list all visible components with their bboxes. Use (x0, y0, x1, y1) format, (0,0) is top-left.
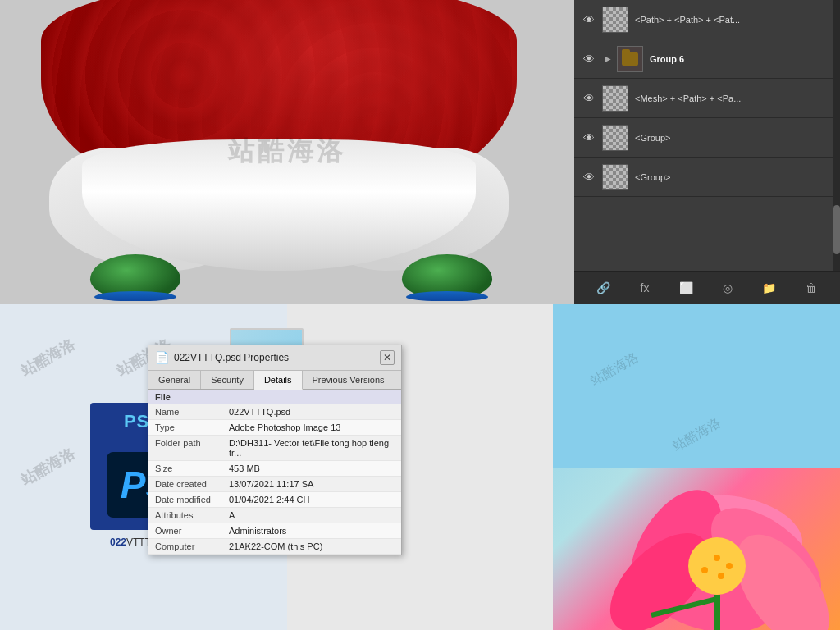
layer-item-3[interactable]: 👁 <Group> (574, 118, 840, 158)
prop-label-name: Name (148, 404, 222, 420)
layers-toolbar: 🔗 fx ⬜ ◎ 📁 🗑 (574, 271, 840, 304)
visibility-eye-2[interactable]: 👁 (581, 90, 597, 107)
prop-label-computer: Computer (148, 539, 222, 555)
prop-value-owner: Administrators (222, 523, 401, 539)
prop-value-type: Adobe Photoshop Image 13 (222, 420, 401, 436)
dialog-close-button[interactable]: ✕ (380, 350, 395, 365)
layer-thumb-0 (602, 7, 628, 33)
prop-value-name: 022VTTTQ.psd (222, 404, 401, 420)
layer-name-group6: Group 6 (650, 54, 833, 64)
dialog-content: File Name 022VTTTQ.psd Type Adobe Photos… (148, 390, 401, 555)
layer-item-group6[interactable]: 👁 ▶ Group 6 (574, 39, 840, 79)
fx-icon[interactable]: fx (635, 278, 655, 298)
layer-name-4: <Group> (635, 172, 833, 182)
dialog-titlebar: 📄 022VTTTQ.psd Properties ✕ (148, 345, 401, 371)
svg-point-12 (718, 573, 724, 579)
layer-thumb-2 (602, 85, 628, 112)
layer-name-0: <Path> + <Path> + <Pat... (635, 15, 833, 25)
svg-point-9 (714, 555, 720, 561)
prop-label-owner: Owner (148, 523, 222, 539)
prop-row-folder: Folder path D:\DH311- Vector tet\File to… (148, 436, 401, 461)
tab-previous-versions[interactable]: Previous Versions (303, 371, 395, 389)
prop-label-folder: Folder path (148, 436, 222, 461)
prop-value-size: 453 MB (222, 461, 401, 477)
layer-thumb-3 (602, 125, 628, 151)
shoe-left-base (94, 291, 176, 301)
prop-value-attributes: A (222, 508, 401, 523)
layer-name-2: <Mesh> + <Path> + <Pa... (635, 94, 833, 103)
layer-item-4[interactable]: 👁 <Group> (574, 158, 840, 197)
bottom-section: 站酷海洛 站酷海洛 站酷海洛 站酷海洛 站酷海洛 站酷海洛 PSD Ps 022… (0, 304, 840, 630)
prop-row-owner: Owner Administrators (148, 523, 401, 539)
layer-item-2[interactable]: 👁 <Mesh> + <Path> + <Pa... (574, 79, 840, 118)
top-section: 站酷海洛 👁 <Path> + <Path> + <Pat... 👁 ▶ Gro… (0, 0, 840, 304)
properties-dialog: 📄 022VTTTQ.psd Properties ✕ General Secu… (148, 345, 402, 555)
visibility-eye-group6[interactable]: 👁 (581, 51, 597, 67)
mask-icon[interactable]: ⬜ (677, 278, 696, 298)
prop-label-size: Size (148, 461, 222, 477)
prop-value-created: 13/07/2021 11:17 SA (222, 477, 401, 492)
prop-row-computer: Computer 21AK22-COM (this PC) (148, 539, 401, 555)
filename-highlight: 022 (110, 536, 126, 548)
shoe-left (90, 254, 180, 299)
layer-thumb-4 (602, 164, 628, 190)
canvas-area: 站酷海洛 (0, 0, 574, 304)
illustration (0, 0, 574, 304)
folder-icon-group6 (622, 52, 638, 66)
properties-table: Name 022VTTTQ.psd Type Adobe Photoshop I… (148, 404, 401, 555)
flower-background: 站酷海洛 站酷海洛 (553, 304, 840, 630)
flower-image-area: 站酷海洛 站酷海洛 (553, 304, 840, 630)
prop-label-type: Type (148, 420, 222, 436)
prop-row-attributes: Attributes A (148, 508, 401, 523)
prop-row-created: Date created 13/07/2021 11:17 SA (148, 477, 401, 492)
visibility-eye-3[interactable]: 👁 (581, 130, 597, 146)
tab-security[interactable]: Security (201, 371, 254, 389)
layer-name-3: <Group> (635, 133, 833, 143)
canvas-background: 站酷海洛 (0, 0, 574, 304)
prop-row-name: Name 022VTTTQ.psd (148, 404, 401, 420)
dialog-title: 📄 022VTTTQ.psd Properties (155, 351, 289, 364)
visibility-eye-0[interactable]: 👁 (581, 11, 597, 28)
layers-scrollbar[interactable] (833, 0, 840, 271)
prop-row-type: Type Adobe Photoshop Image 13 (148, 420, 401, 436)
svg-point-11 (701, 567, 708, 573)
dialog-title-icon: 📄 (155, 351, 169, 364)
tab-general[interactable]: General (148, 371, 201, 389)
dialog-section-header: File (148, 390, 401, 404)
prop-label-modified: Date modified (148, 492, 222, 508)
flower-svg: 站酷海洛 站酷海洛 (553, 304, 840, 630)
folder-icon[interactable]: 📁 (760, 278, 779, 298)
layer-thumb-group6 (617, 46, 643, 72)
shoe-right-base (406, 291, 488, 301)
tab-details[interactable]: Details (254, 371, 303, 390)
dialog-tabs: General Security Details Previous Versio… (148, 371, 401, 390)
adjustment-icon[interactable]: ◎ (718, 278, 737, 298)
layers-list: 👁 <Path> + <Path> + <Pat... 👁 ▶ Group 6 … (574, 0, 840, 271)
svg-point-8 (688, 537, 746, 595)
dialog-title-text: 022VTTTQ.psd Properties (174, 352, 289, 363)
expand-arrow-group6[interactable]: ▶ (602, 53, 614, 65)
prop-label-created: Date created (148, 477, 222, 492)
prop-value-modified: 01/04/2021 2:44 CH (222, 492, 401, 508)
shoe-right (402, 254, 492, 299)
svg-point-10 (726, 563, 733, 569)
scrollbar-thumb[interactable] (833, 205, 840, 254)
delete-icon[interactable]: 🗑 (801, 278, 821, 298)
layer-item-0[interactable]: 👁 <Path> + <Path> + <Pat... (574, 0, 840, 39)
layers-panel: 👁 <Path> + <Path> + <Pat... 👁 ▶ Group 6 … (574, 0, 840, 304)
visibility-eye-4[interactable]: 👁 (581, 169, 597, 185)
prop-row-size: Size 453 MB (148, 461, 401, 477)
prop-row-modified: Date modified 01/04/2021 2:44 CH (148, 492, 401, 508)
link-icon[interactable]: 🔗 (593, 278, 613, 298)
prop-label-attributes: Attributes (148, 508, 222, 523)
prop-value-folder: D:\DH311- Vector tet\File tong hop tieng… (222, 436, 401, 461)
prop-value-computer: 21AK22-COM (this PC) (222, 539, 401, 555)
